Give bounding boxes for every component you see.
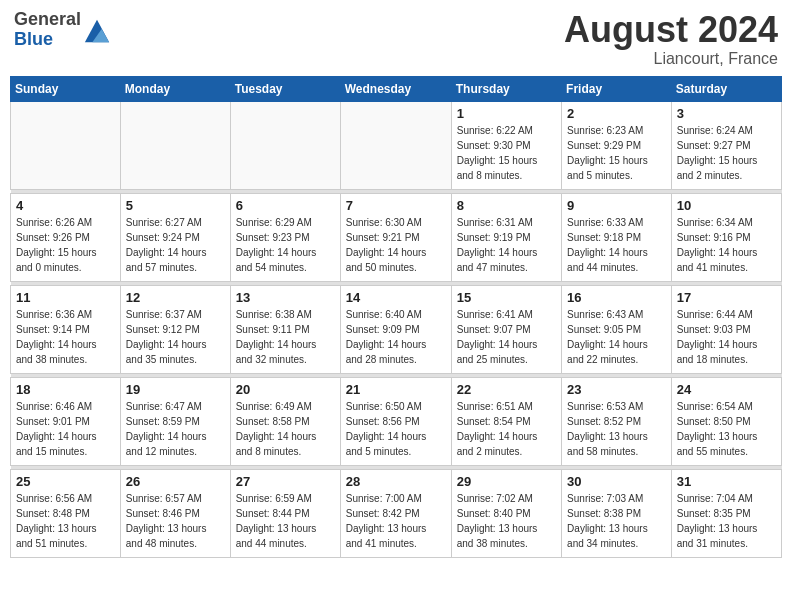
title-block: August 2024 Liancourt, France xyxy=(564,10,778,68)
page-header: General Blue August 2024 Liancourt, Fran… xyxy=(10,10,782,68)
day-number: 15 xyxy=(457,290,556,305)
header-monday: Monday xyxy=(120,76,230,101)
calendar-cell: 5Sunrise: 6:27 AMSunset: 9:24 PMDaylight… xyxy=(120,193,230,281)
day-number: 30 xyxy=(567,474,666,489)
header-friday: Friday xyxy=(562,76,672,101)
calendar-cell: 10Sunrise: 6:34 AMSunset: 9:16 PMDayligh… xyxy=(671,193,781,281)
day-number: 2 xyxy=(567,106,666,121)
day-number: 14 xyxy=(346,290,446,305)
calendar-cell: 29Sunrise: 7:02 AMSunset: 8:40 PMDayligh… xyxy=(451,469,561,557)
day-number: 12 xyxy=(126,290,225,305)
location-subtitle: Liancourt, France xyxy=(564,50,778,68)
calendar-cell: 1Sunrise: 6:22 AMSunset: 9:30 PMDaylight… xyxy=(451,101,561,189)
day-number: 1 xyxy=(457,106,556,121)
day-info: Sunrise: 6:49 AMSunset: 8:58 PMDaylight:… xyxy=(236,399,335,459)
calendar-cell: 9Sunrise: 6:33 AMSunset: 9:18 PMDaylight… xyxy=(562,193,672,281)
calendar-cell: 7Sunrise: 6:30 AMSunset: 9:21 PMDaylight… xyxy=(340,193,451,281)
day-info: Sunrise: 6:59 AMSunset: 8:44 PMDaylight:… xyxy=(236,491,335,551)
day-info: Sunrise: 7:00 AMSunset: 8:42 PMDaylight:… xyxy=(346,491,446,551)
month-year-title: August 2024 xyxy=(564,10,778,50)
day-info: Sunrise: 6:43 AMSunset: 9:05 PMDaylight:… xyxy=(567,307,666,367)
day-info: Sunrise: 6:51 AMSunset: 8:54 PMDaylight:… xyxy=(457,399,556,459)
calendar-cell: 20Sunrise: 6:49 AMSunset: 8:58 PMDayligh… xyxy=(230,377,340,465)
day-number: 23 xyxy=(567,382,666,397)
day-info: Sunrise: 7:03 AMSunset: 8:38 PMDaylight:… xyxy=(567,491,666,551)
week-row-2: 4Sunrise: 6:26 AMSunset: 9:26 PMDaylight… xyxy=(11,193,782,281)
day-number: 17 xyxy=(677,290,776,305)
day-info: Sunrise: 6:23 AMSunset: 9:29 PMDaylight:… xyxy=(567,123,666,183)
calendar-header-row: SundayMondayTuesdayWednesdayThursdayFrid… xyxy=(11,76,782,101)
calendar-cell: 25Sunrise: 6:56 AMSunset: 8:48 PMDayligh… xyxy=(11,469,121,557)
day-number: 13 xyxy=(236,290,335,305)
calendar-cell: 14Sunrise: 6:40 AMSunset: 9:09 PMDayligh… xyxy=(340,285,451,373)
logo-general: General xyxy=(14,10,81,30)
calendar-cell: 28Sunrise: 7:00 AMSunset: 8:42 PMDayligh… xyxy=(340,469,451,557)
logo-icon xyxy=(83,16,111,44)
day-info: Sunrise: 6:34 AMSunset: 9:16 PMDaylight:… xyxy=(677,215,776,275)
day-number: 18 xyxy=(16,382,115,397)
calendar-cell: 3Sunrise: 6:24 AMSunset: 9:27 PMDaylight… xyxy=(671,101,781,189)
calendar-cell: 6Sunrise: 6:29 AMSunset: 9:23 PMDaylight… xyxy=(230,193,340,281)
day-info: Sunrise: 6:50 AMSunset: 8:56 PMDaylight:… xyxy=(346,399,446,459)
day-info: Sunrise: 6:30 AMSunset: 9:21 PMDaylight:… xyxy=(346,215,446,275)
calendar-cell: 12Sunrise: 6:37 AMSunset: 9:12 PMDayligh… xyxy=(120,285,230,373)
day-number: 5 xyxy=(126,198,225,213)
day-info: Sunrise: 6:53 AMSunset: 8:52 PMDaylight:… xyxy=(567,399,666,459)
day-info: Sunrise: 7:04 AMSunset: 8:35 PMDaylight:… xyxy=(677,491,776,551)
calendar-cell xyxy=(11,101,121,189)
week-row-4: 18Sunrise: 6:46 AMSunset: 9:01 PMDayligh… xyxy=(11,377,782,465)
calendar-table: SundayMondayTuesdayWednesdayThursdayFrid… xyxy=(10,76,782,558)
day-number: 27 xyxy=(236,474,335,489)
day-number: 3 xyxy=(677,106,776,121)
day-info: Sunrise: 6:27 AMSunset: 9:24 PMDaylight:… xyxy=(126,215,225,275)
day-info: Sunrise: 6:40 AMSunset: 9:09 PMDaylight:… xyxy=(346,307,446,367)
day-number: 20 xyxy=(236,382,335,397)
calendar-cell: 18Sunrise: 6:46 AMSunset: 9:01 PMDayligh… xyxy=(11,377,121,465)
day-number: 31 xyxy=(677,474,776,489)
header-saturday: Saturday xyxy=(671,76,781,101)
day-number: 16 xyxy=(567,290,666,305)
day-number: 28 xyxy=(346,474,446,489)
calendar-cell: 16Sunrise: 6:43 AMSunset: 9:05 PMDayligh… xyxy=(562,285,672,373)
calendar-cell: 4Sunrise: 6:26 AMSunset: 9:26 PMDaylight… xyxy=(11,193,121,281)
calendar-cell: 19Sunrise: 6:47 AMSunset: 8:59 PMDayligh… xyxy=(120,377,230,465)
calendar-cell: 11Sunrise: 6:36 AMSunset: 9:14 PMDayligh… xyxy=(11,285,121,373)
calendar-cell: 21Sunrise: 6:50 AMSunset: 8:56 PMDayligh… xyxy=(340,377,451,465)
day-info: Sunrise: 6:46 AMSunset: 9:01 PMDaylight:… xyxy=(16,399,115,459)
day-number: 21 xyxy=(346,382,446,397)
calendar-cell: 13Sunrise: 6:38 AMSunset: 9:11 PMDayligh… xyxy=(230,285,340,373)
calendar-cell: 23Sunrise: 6:53 AMSunset: 8:52 PMDayligh… xyxy=(562,377,672,465)
header-sunday: Sunday xyxy=(11,76,121,101)
day-number: 29 xyxy=(457,474,556,489)
day-info: Sunrise: 6:56 AMSunset: 8:48 PMDaylight:… xyxy=(16,491,115,551)
logo-blue: Blue xyxy=(14,30,81,50)
day-info: Sunrise: 6:36 AMSunset: 9:14 PMDaylight:… xyxy=(16,307,115,367)
day-number: 24 xyxy=(677,382,776,397)
calendar-cell xyxy=(230,101,340,189)
day-number: 6 xyxy=(236,198,335,213)
day-info: Sunrise: 6:29 AMSunset: 9:23 PMDaylight:… xyxy=(236,215,335,275)
day-info: Sunrise: 6:26 AMSunset: 9:26 PMDaylight:… xyxy=(16,215,115,275)
calendar-cell: 27Sunrise: 6:59 AMSunset: 8:44 PMDayligh… xyxy=(230,469,340,557)
day-info: Sunrise: 6:22 AMSunset: 9:30 PMDaylight:… xyxy=(457,123,556,183)
day-number: 8 xyxy=(457,198,556,213)
calendar-cell: 2Sunrise: 6:23 AMSunset: 9:29 PMDaylight… xyxy=(562,101,672,189)
calendar-cell xyxy=(340,101,451,189)
header-thursday: Thursday xyxy=(451,76,561,101)
calendar-cell: 30Sunrise: 7:03 AMSunset: 8:38 PMDayligh… xyxy=(562,469,672,557)
week-row-5: 25Sunrise: 6:56 AMSunset: 8:48 PMDayligh… xyxy=(11,469,782,557)
day-info: Sunrise: 6:24 AMSunset: 9:27 PMDaylight:… xyxy=(677,123,776,183)
week-row-1: 1Sunrise: 6:22 AMSunset: 9:30 PMDaylight… xyxy=(11,101,782,189)
day-info: Sunrise: 6:44 AMSunset: 9:03 PMDaylight:… xyxy=(677,307,776,367)
day-info: Sunrise: 6:38 AMSunset: 9:11 PMDaylight:… xyxy=(236,307,335,367)
day-number: 10 xyxy=(677,198,776,213)
day-info: Sunrise: 6:54 AMSunset: 8:50 PMDaylight:… xyxy=(677,399,776,459)
day-number: 26 xyxy=(126,474,225,489)
day-number: 11 xyxy=(16,290,115,305)
day-info: Sunrise: 6:33 AMSunset: 9:18 PMDaylight:… xyxy=(567,215,666,275)
day-number: 9 xyxy=(567,198,666,213)
calendar-cell xyxy=(120,101,230,189)
day-number: 7 xyxy=(346,198,446,213)
calendar-cell: 8Sunrise: 6:31 AMSunset: 9:19 PMDaylight… xyxy=(451,193,561,281)
day-number: 19 xyxy=(126,382,225,397)
